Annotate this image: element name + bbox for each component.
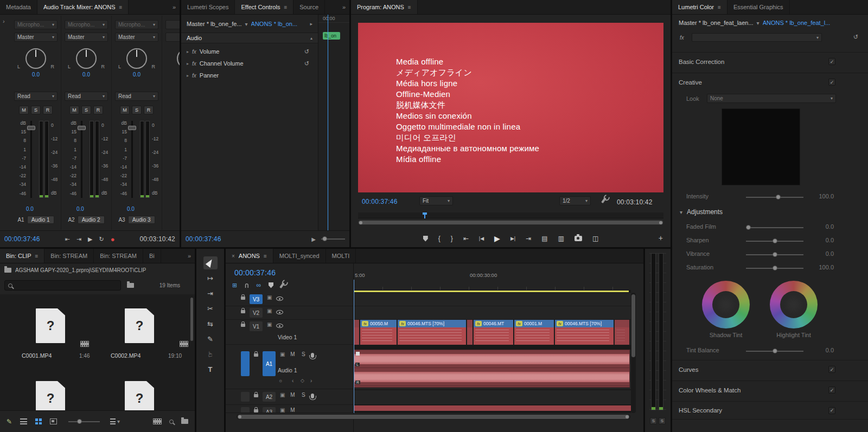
collapse-section-icon[interactable]: ▴: [310, 36, 312, 41]
adjustments-header[interactable]: ▾ Adjustments: [680, 208, 723, 216]
scroll-handle-right[interactable]: [626, 415, 629, 418]
input-select[interactable]: [165, 20, 180, 29]
mini-playhead[interactable]: [328, 15, 328, 230]
track-target[interactable]: V1: [250, 321, 263, 331]
video-clip[interactable]: fx00046.MTS [70%]: [555, 320, 614, 345]
section-enabled-checkbox[interactable]: ✓: [828, 58, 835, 65]
zoom-level-select[interactable]: Fit▾: [419, 196, 453, 205]
source-patch[interactable]: [241, 392, 250, 402]
sort-icons-button[interactable]: ▾: [110, 418, 120, 424]
output-select[interactable]: Master▾: [115, 33, 158, 42]
track-name-button[interactable]: Audio 1: [27, 216, 54, 224]
tab-overflow-icon[interactable]: »: [169, 0, 180, 14]
scrollbar-thumb[interactable]: [238, 415, 629, 419]
track-target[interactable]: A1: [263, 351, 276, 376]
sync-lock-icon[interactable]: ▣: [267, 321, 272, 327]
loop-button[interactable]: ↻: [99, 236, 104, 243]
panel-menu-icon[interactable]: ≡: [718, 4, 721, 10]
type-tool[interactable]: T: [203, 363, 218, 376]
mute-button[interactable]: M: [19, 106, 29, 114]
automation-select[interactable]: Read▾: [14, 92, 58, 101]
mute-button[interactable]: M: [120, 106, 130, 114]
step-forward-button[interactable]: ▶|: [510, 236, 515, 241]
intensity-slider[interactable]: [746, 197, 803, 198]
slip-tool[interactable]: ⇆: [203, 317, 218, 330]
track-header-v3[interactable]: V3 ▣: [226, 293, 354, 306]
mini-ruler[interactable]: 00:00: [318, 15, 349, 23]
mini-zoom-slider[interactable]: [321, 238, 345, 240]
fader-handle[interactable]: [128, 126, 136, 130]
tab-audio-track-mixer[interactable]: Audio Track Mixer: ANONS≡: [37, 0, 129, 14]
audio-section-header[interactable]: Audio ▴: [181, 33, 318, 43]
tab-sequence-molti-synced[interactable]: MOLTI_synced: [273, 249, 326, 263]
video-clip[interactable]: [615, 320, 630, 345]
sync-lock-icon[interactable]: ▣: [280, 407, 285, 413]
mark-out-button[interactable]: }: [451, 235, 453, 242]
effect-row-volume[interactable]: ▸ fx Volume ↺: [181, 46, 318, 57]
find-icon[interactable]: [169, 420, 174, 424]
time-ruler[interactable]: 5:00 00:00:30:00: [354, 263, 631, 291]
disclosure-icon[interactable]: ▸: [187, 49, 189, 54]
section-enabled-checkbox[interactable]: ✓: [828, 407, 835, 414]
add-marker-button[interactable]: [423, 236, 428, 242]
video-clip[interactable]: [354, 320, 360, 345]
sync-lock-icon[interactable]: ▣: [280, 351, 285, 357]
source-patch[interactable]: [241, 407, 250, 413]
automation-select[interactable]: Read▾: [115, 92, 158, 101]
solo-left-button[interactable]: S: [650, 417, 657, 424]
lock-icon[interactable]: [254, 409, 258, 412]
solo-right-button[interactable]: S: [659, 417, 666, 424]
look-select[interactable]: None▾: [707, 94, 836, 103]
track-header-v1[interactable]: V1 ▣ Video 1: [226, 320, 354, 345]
freeform-view-button[interactable]: [50, 418, 57, 424]
search-input[interactable]: [4, 280, 121, 291]
vibrance-slider[interactable]: [746, 254, 803, 255]
track-target[interactable]: A3: [263, 407, 276, 413]
sequence-clip-ref[interactable]: ANONS * lb_on...: [251, 21, 298, 27]
pan-knob[interactable]: [126, 48, 147, 69]
track-name[interactable]: Video 1: [278, 334, 297, 340]
input-select[interactable]: Micropho...▾: [115, 20, 158, 29]
fader-handle[interactable]: [27, 126, 35, 130]
expand-effects-chevron[interactable]: ›: [3, 18, 5, 24]
timeline-horizontal-scrollbar[interactable]: [237, 414, 630, 420]
prev-keyframe-icon[interactable]: ‹: [292, 378, 293, 384]
navigate-up-icon[interactable]: [127, 283, 134, 288]
record-arm-button[interactable]: R: [93, 106, 103, 114]
project-scrollbar[interactable]: [190, 298, 193, 341]
clip-name[interactable]: C0002.MP4: [111, 352, 141, 359]
voiceover-mic-icon[interactable]: [311, 353, 314, 358]
slider-value[interactable]: 0.0: [809, 237, 834, 243]
playback-resolution-select[interactable]: 1/2▾: [559, 196, 591, 205]
go-to-out-button[interactable]: ⇥: [76, 236, 81, 243]
fader-value[interactable]: 0.0: [127, 206, 135, 212]
track-target[interactable]: V2: [250, 308, 263, 318]
tab-lumetri-scopes[interactable]: Lumetri Scopes: [181, 0, 235, 14]
program-video-frame[interactable]: Media offline メディアオフライン Média hors ligne…: [358, 23, 663, 192]
section-enabled-checkbox[interactable]: ✓: [828, 79, 835, 86]
reset-effect-icon[interactable]: ↺: [304, 60, 309, 67]
mark-in-button[interactable]: {: [438, 235, 441, 242]
solo-button[interactable]: S: [300, 392, 307, 398]
scroll-handle-left[interactable]: [359, 221, 362, 224]
slider-value[interactable]: 0.0: [809, 250, 834, 257]
automation-select[interactable]: Read▾: [65, 92, 108, 101]
keyframe-display-icon[interactable]: ○: [279, 378, 282, 384]
tab-bin-stream-2[interactable]: Bin: STREAM: [94, 249, 143, 263]
panel-menu-icon[interactable]: ≡: [35, 253, 38, 259]
comparison-view-button[interactable]: ◫: [592, 235, 598, 242]
clip-thumbnail[interactable]: ?: [125, 308, 154, 343]
writable-pencil-icon[interactable]: ✎: [7, 418, 12, 425]
program-timecode[interactable]: 00:00:37:46: [362, 198, 398, 205]
tab-essential-graphics[interactable]: Essential Graphics: [727, 0, 790, 14]
tab-sequence-anons[interactable]: × ANONS ≡: [226, 249, 273, 263]
solo-button[interactable]: S: [132, 106, 142, 114]
add-keyframe-icon[interactable]: ◇: [301, 378, 304, 383]
clip-thumbnail[interactable]: ?: [36, 308, 65, 343]
solo-button[interactable]: S: [300, 351, 307, 357]
scrollbar-thumb[interactable]: [631, 294, 635, 357]
lock-icon[interactable]: [254, 353, 258, 357]
step-back-button[interactable]: |◀: [479, 236, 484, 241]
scroll-handle-left[interactable]: [238, 415, 241, 418]
sync-lock-icon[interactable]: ▣: [280, 392, 285, 398]
